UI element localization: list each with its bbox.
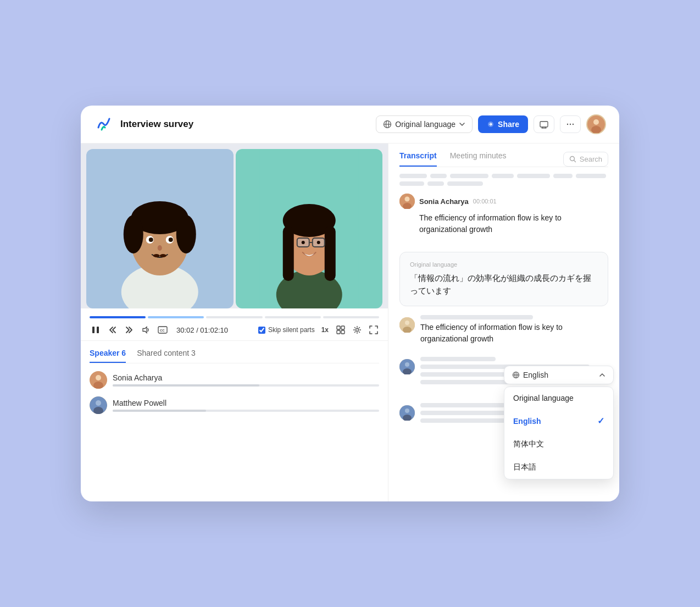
transcript-header: Transcript Meeting minutes Search [388, 144, 619, 167]
tab-shared[interactable]: Shared content 3 [137, 349, 196, 363]
dropdown-trigger[interactable]: English [504, 366, 614, 384]
svg-rect-47 [341, 330, 345, 334]
skel-line-4a [420, 403, 505, 407]
pause-icon [91, 325, 101, 335]
speaker-row-1: Sonia Acharya [90, 371, 379, 389]
playback-time: 30:02 / 01:02:10 [176, 326, 228, 334]
share-icon [487, 120, 495, 128]
layout-button[interactable] [335, 324, 346, 335]
message-block-1: Sonia Acharya 00:00:01 The efficiency of… [388, 186, 619, 235]
progress-bar-1 [90, 316, 146, 318]
svg-text:CC: CC [160, 329, 165, 332]
skel-5 [517, 174, 550, 178]
msg-time-1: 00:00:01 [473, 198, 497, 205]
svg-line-56 [574, 160, 575, 162]
search-box[interactable]: Search [563, 152, 608, 167]
dropdown-item-original[interactable]: Original language [504, 387, 613, 409]
msg-speaker-name-1: Sonia Acharya [419, 197, 469, 206]
left-panel: CC 30:02 / 01:02:10 Skip silent parts 1x [81, 144, 388, 501]
original-language-card: Original language 「情報の流れ」の効率化が組織の成長のカギを握… [399, 252, 608, 306]
skel-9 [427, 181, 444, 186]
cc-button[interactable]: CC [157, 325, 169, 335]
video-area [81, 144, 388, 308]
dropdown-item-japanese[interactable]: 日本語 [504, 456, 613, 479]
svg-point-64 [405, 362, 409, 367]
dropdown-item-chinese[interactable]: 简体中文 [504, 433, 613, 456]
msg-avatar-2 [399, 317, 415, 333]
screen-button[interactable] [534, 115, 554, 133]
msg-avatar-1 [399, 194, 415, 209]
speaker-bar-fill-2 [113, 410, 206, 412]
msg-avatar-4 [399, 405, 415, 421]
tab-speaker[interactable]: Speaker 6 [90, 349, 126, 363]
speaker-name-2: Matthew Powell [113, 399, 379, 407]
skel-1 [399, 174, 427, 178]
language-dropdown-overlay: English Original language English ✓ [504, 366, 614, 479]
speakers-tabs: Speaker 6 Shared content 3 [90, 349, 379, 363]
skel-7 [576, 174, 606, 178]
svg-rect-33 [282, 226, 293, 281]
app-title: Interview survey [120, 119, 369, 130]
speed-button[interactable]: 1x [320, 325, 330, 335]
svg-point-25 [158, 245, 162, 251]
volume-button[interactable] [140, 324, 151, 335]
svg-rect-4 [540, 122, 548, 127]
app-logo [94, 114, 114, 134]
forward-button[interactable] [124, 324, 135, 335]
svg-point-20 [176, 215, 196, 253]
progress-bar-5 [323, 316, 379, 318]
svg-point-10 [573, 124, 574, 125]
tab-meeting-minutes[interactable]: Meeting minutes [450, 151, 507, 167]
svg-point-48 [356, 329, 359, 332]
svg-point-27 [160, 254, 166, 257]
right-panel: Transcript Meeting minutes Search [388, 144, 619, 501]
skel-10 [447, 181, 483, 186]
message-block-2: The efficiency of information flow is ke… [388, 315, 619, 345]
dropdown-globe-icon [512, 371, 520, 379]
speaker-row-2: Matthew Powell [90, 396, 379, 414]
fullscreen-icon [369, 325, 378, 334]
progress-bar-2 [148, 316, 204, 318]
chevron-down-icon [459, 121, 465, 128]
svg-rect-41 [97, 327, 99, 333]
skel-line-3a [420, 357, 496, 361]
playback-controls: CC 30:02 / 01:02:10 Skip silent parts 1x [90, 324, 379, 336]
rewind-button[interactable] [107, 324, 118, 335]
main-card: Interview survey Original language Sha [81, 106, 619, 501]
dropdown-item-english[interactable]: English ✓ [504, 409, 613, 433]
svg-point-8 [567, 124, 568, 125]
svg-rect-45 [341, 326, 345, 329]
skip-silent-checkbox[interactable] [258, 327, 265, 334]
user-avatar[interactable] [586, 114, 606, 134]
speaker-name-1: Sonia Acharya [113, 373, 379, 382]
progress-bar-4 [265, 316, 321, 318]
speaker-avatar-2 [90, 396, 107, 414]
message-header-1: Sonia Acharya 00:00:01 [399, 194, 608, 209]
content-area: CC 30:02 / 01:02:10 Skip silent parts 1x [81, 144, 619, 501]
tab-transcript[interactable]: Transcript [399, 151, 437, 167]
progress-section: CC 30:02 / 01:02:10 Skip silent parts 1x [81, 308, 388, 340]
fullscreen-button[interactable] [368, 324, 379, 335]
svg-point-67 [405, 409, 409, 413]
skel-3 [450, 174, 488, 178]
layout-icon [336, 325, 345, 334]
speaker-avatar-1 [90, 371, 107, 389]
pause-button[interactable] [90, 324, 102, 336]
skel-6 [553, 174, 573, 178]
skel-2 [430, 174, 447, 178]
skel-line-name [420, 315, 533, 319]
volume-icon [141, 325, 150, 334]
svg-point-23 [149, 238, 153, 242]
settings-button[interactable] [352, 324, 363, 335]
share-button[interactable]: Share [478, 115, 528, 133]
skel-4 [492, 174, 514, 178]
speaker-bar-2 [113, 410, 379, 412]
header-controls: Original language Share [376, 114, 606, 134]
svg-point-39 [316, 241, 320, 244]
share-label: Share [498, 120, 519, 129]
speaker-info-1: Sonia Acharya [113, 373, 379, 387]
progress-bar-3 [206, 316, 262, 318]
message-row-2: The efficiency of information flow is ke… [399, 315, 608, 345]
language-selector[interactable]: Original language [376, 115, 473, 133]
more-button[interactable] [560, 115, 581, 133]
